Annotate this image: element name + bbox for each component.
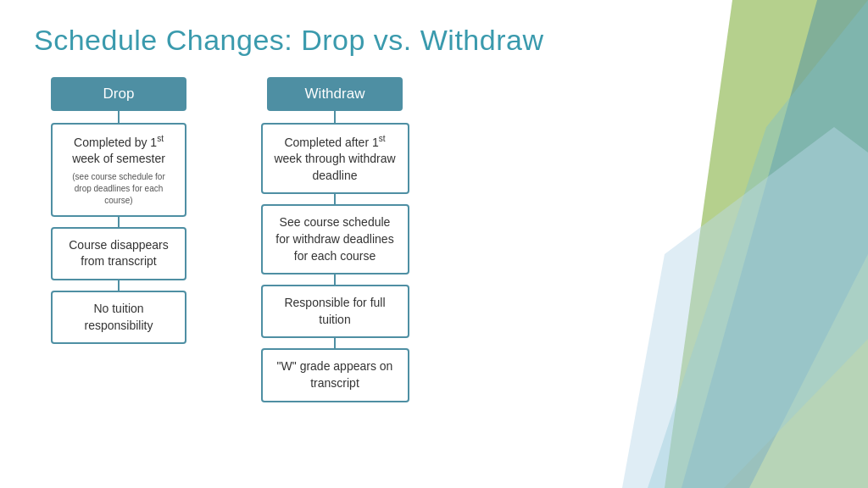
- withdraw-connector-top: [334, 111, 336, 123]
- drop-box-1: Completed by 1st week of semester (see c…: [51, 123, 186, 217]
- withdraw-connector-2: [334, 274, 336, 285]
- withdraw-box-row-2: See course schedule for withdraw deadlin…: [254, 204, 415, 285]
- drop-box-1-note: (see course schedule for drop deadlines …: [63, 171, 175, 207]
- withdraw-connector-1: [334, 194, 336, 204]
- drop-box-3: No tuition responsibility: [51, 291, 186, 344]
- drop-connector-1: [118, 217, 120, 227]
- withdraw-box-row-3: Responsible for full tuition: [254, 285, 415, 348]
- withdraw-box-1: Completed after 1st week through withdra…: [261, 123, 409, 194]
- drop-connector-2: [118, 280, 120, 291]
- withdraw-header: Withdraw: [267, 77, 403, 111]
- drop-header: Drop: [51, 77, 186, 111]
- withdraw-connector-3: [334, 338, 336, 348]
- withdraw-box-row-1: Completed after 1st week through withdra…: [254, 123, 415, 204]
- drop-column: Drop Completed by 1st week of semester (…: [34, 77, 203, 344]
- sup-w1: st: [379, 134, 386, 143]
- withdraw-box-3: Responsible for full tuition: [261, 285, 409, 338]
- withdraw-box-row-4: "W" grade appears on transcript: [254, 348, 415, 402]
- sup-1: st: [157, 134, 164, 143]
- withdraw-column: Withdraw Completed after 1st week throug…: [254, 77, 415, 402]
- drop-box-row-3: No tuition responsibility: [34, 291, 203, 344]
- columns-wrapper: Drop Completed by 1st week of semester (…: [34, 77, 834, 402]
- drop-box-2: Course disappears from transcript: [51, 227, 186, 280]
- drop-connector-top: [118, 111, 120, 123]
- slide-title: Schedule Changes: Drop vs. Withdraw: [34, 24, 834, 57]
- drop-box-row-1: Completed by 1st week of semester (see c…: [34, 123, 203, 227]
- withdraw-box-2: See course schedule for withdraw deadlin…: [261, 204, 409, 274]
- drop-box-row-2: Course disappears from transcript: [34, 227, 203, 291]
- withdraw-box-4: "W" grade appears on transcript: [261, 348, 409, 402]
